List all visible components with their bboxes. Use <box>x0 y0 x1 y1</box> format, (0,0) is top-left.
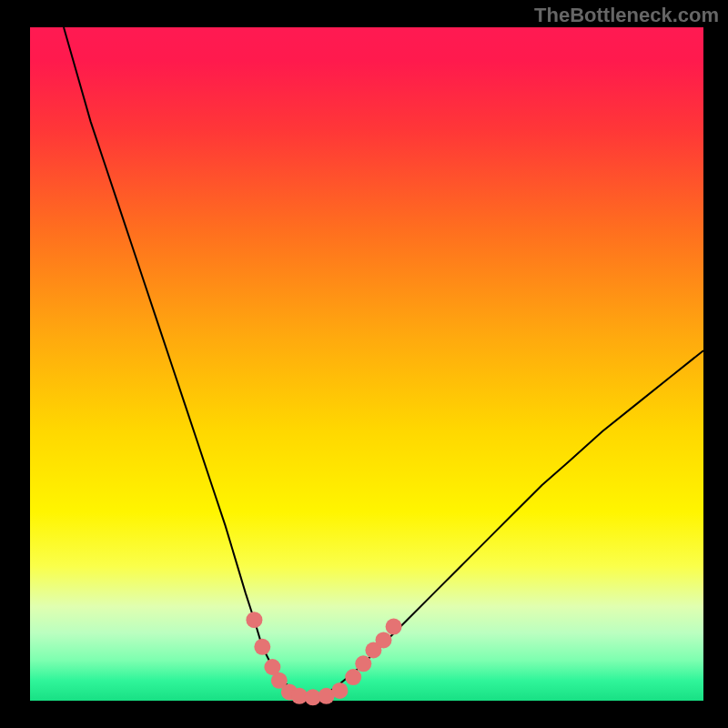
plot-background <box>30 27 703 701</box>
data-marker <box>246 612 262 628</box>
data-marker <box>331 682 348 699</box>
chart-frame: TheBottleneck.com <box>0 0 728 728</box>
data-marker <box>376 632 392 648</box>
bottleneck-chart <box>0 0 728 728</box>
watermark-text: TheBottleneck.com <box>534 4 719 27</box>
data-marker <box>386 619 402 635</box>
data-marker <box>345 669 361 685</box>
data-marker <box>355 655 371 672</box>
data-marker <box>254 639 270 655</box>
